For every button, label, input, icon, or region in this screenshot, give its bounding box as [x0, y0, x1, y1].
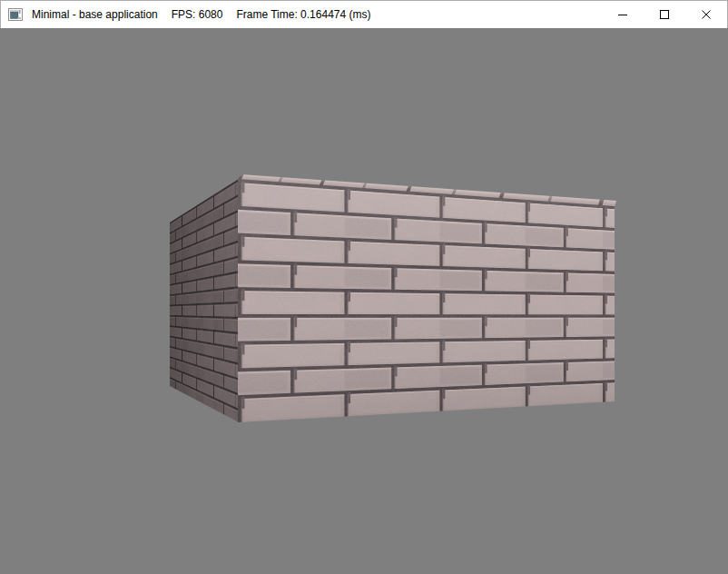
- fps-counter: FPS: 6080: [172, 8, 223, 21]
- minimize-button[interactable]: [602, 1, 644, 28]
- maximize-button[interactable]: [644, 1, 685, 28]
- close-button[interactable]: [685, 1, 727, 28]
- minimize-icon: [618, 10, 627, 19]
- render-viewport[interactable]: [0, 28, 728, 574]
- application-icon: [8, 7, 23, 22]
- window-controls: [602, 1, 727, 28]
- brick-box-left-face: [170, 179, 239, 422]
- titlebar[interactable]: Minimal - base application FPS: 6080 Fra…: [0, 0, 728, 28]
- brick-box: [0, 28, 728, 574]
- brick-box-front-face: [238, 179, 615, 422]
- maximize-icon: [660, 10, 669, 19]
- close-icon: [702, 10, 711, 19]
- window-title: Minimal - base application: [32, 1, 158, 29]
- app-window: Minimal - base application FPS: 6080 Fra…: [0, 0, 728, 574]
- frame-time-counter: Frame Time: 0.164474 (ms): [236, 8, 370, 21]
